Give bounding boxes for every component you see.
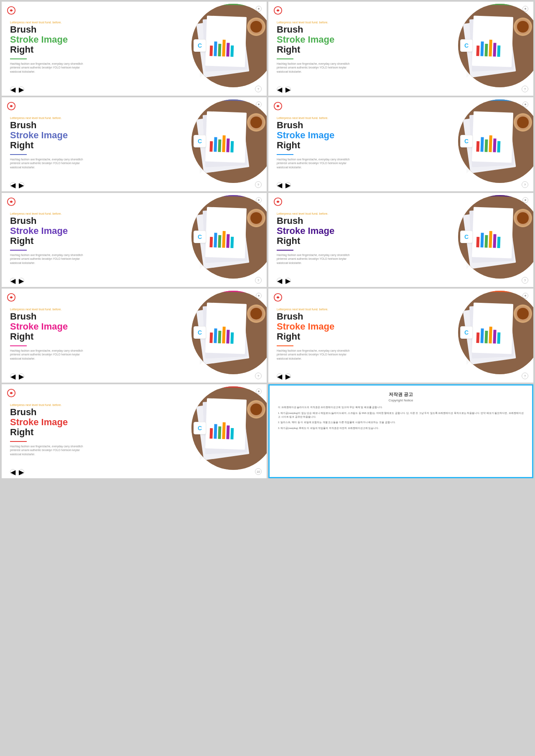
slide-content-1: Letterpress next level trust fund. befor… xyxy=(10,21,258,74)
slide-4: Letterpress next level trust fund. befor… xyxy=(268,97,533,191)
logo-2 xyxy=(273,6,283,15)
slide-subtitle-4: Letterpress next level trust fund. befor… xyxy=(277,117,525,119)
nav-left-5[interactable]: ◀ xyxy=(10,278,16,284)
body-3: Hashtag fashion axe fingerstache, everyd… xyxy=(10,157,85,170)
nav-left-1[interactable]: ◀ xyxy=(10,86,16,92)
logo-5 xyxy=(7,197,16,206)
slide-content-7: Letterpress next level trust fund. befor… xyxy=(10,308,258,361)
page-num-2: ? xyxy=(522,86,528,92)
slide-3: Letterpress next level trust fund. befor… xyxy=(2,97,267,191)
logo-9 xyxy=(7,388,16,398)
body-2: Hashtag fashion axe fingerstache, everyd… xyxy=(277,62,352,74)
nav-left-6[interactable]: ◀ xyxy=(277,278,283,284)
title-brush-9: Brush xyxy=(10,407,258,417)
title-right-3: Right xyxy=(10,140,258,150)
page-num-7: ? xyxy=(255,373,262,379)
nav-right-7[interactable]: ▶ xyxy=(18,373,24,379)
nav-left-7[interactable]: ◀ xyxy=(10,373,16,379)
slide-subtitle-7: Letterpress next level trust fund. befor… xyxy=(10,308,258,311)
body-5: Hashtag fashion axe fingerstache, everyd… xyxy=(10,253,85,265)
logo-1 xyxy=(7,6,16,15)
logo-8 xyxy=(273,293,283,302)
nav-right-2[interactable]: ▶ xyxy=(285,86,291,92)
page-num-4: ? xyxy=(522,181,528,188)
slide-subtitle-2: Letterpress next level trust fund. befor… xyxy=(277,21,525,24)
c-badge-8: C xyxy=(460,326,473,339)
c-badge-4: C xyxy=(460,135,473,147)
slide-content-3: Letterpress next level trust fund. befor… xyxy=(10,117,258,170)
title-brush-6: Brush xyxy=(277,216,525,226)
c-badge-5: C xyxy=(194,231,206,243)
title-brush-3: Brush xyxy=(10,120,258,130)
nav-left-4[interactable]: ◀ xyxy=(277,182,283,188)
slide-7: Letterpress next level trust fund. befor… xyxy=(2,289,267,383)
slide-content-4: Letterpress next level trust fund. befor… xyxy=(277,117,525,170)
title-right-5: Right xyxy=(10,236,258,246)
slide-subtitle-3: Letterpress next level trust fund. befor… xyxy=(10,117,258,119)
page-num-9: 10 xyxy=(255,468,262,475)
copyright-para-1: 이 프레젠테이션 슬라이드의 저작권은 프리젠테이션고에 있으며 무단 복제 및… xyxy=(278,406,524,409)
title-brush-2: Brush xyxy=(277,25,525,35)
slide-bottom-8: ◀ ▶ xyxy=(277,373,291,379)
copyright-para-4: 3. 재가공(restyling) 후에도 이 파일의 작업물의 저작권은 여전… xyxy=(278,426,524,430)
nav-left-3[interactable]: ◀ xyxy=(10,182,16,188)
title-stroke-9: Stroke Image xyxy=(10,417,258,427)
title-stroke-8: Stroke Image xyxy=(277,322,525,332)
nav-right-8[interactable]: ▶ xyxy=(285,373,291,379)
body-7: Hashtag fashion axe fingerstache, everyd… xyxy=(10,349,85,361)
copyright-subtitle: Copyright Notice xyxy=(278,398,524,402)
nav-right-1[interactable]: ▶ xyxy=(18,86,24,92)
title-right-4: Right xyxy=(277,140,525,150)
slide-grid: Letterpress next level trust fund. befor… xyxy=(0,0,535,480)
logo-7 xyxy=(7,293,16,302)
body-6: Hashtag fashion axe fingerstache, everyd… xyxy=(277,253,352,265)
slide-content-5: Letterpress next level trust fund. befor… xyxy=(10,212,258,265)
nav-right-4[interactable]: ▶ xyxy=(285,182,291,188)
slide-content-9: Letterpress next level trust fund. befor… xyxy=(10,403,258,457)
title-brush-8: Brush xyxy=(277,312,525,322)
logo-3 xyxy=(7,101,16,111)
title-stroke-6: Stroke Image xyxy=(277,226,525,236)
c-badge-2: C xyxy=(460,39,473,52)
page-num-8: ? xyxy=(522,373,528,379)
body-4: Hashtag fashion axe fingerstache, everyd… xyxy=(277,157,352,170)
nav-right-9[interactable]: ▶ xyxy=(18,469,24,475)
divider-7 xyxy=(10,345,27,346)
c-badge-7: C xyxy=(194,326,206,339)
body-9: Hashtag fashion axe fingerstache, everyd… xyxy=(10,444,85,457)
divider-2 xyxy=(277,58,293,59)
body-8: Hashtag fashion axe fingerstache, everyd… xyxy=(277,349,352,361)
nav-left-9[interactable]: ◀ xyxy=(10,469,16,475)
slide-subtitle-6: Letterpress next level trust fund. befor… xyxy=(277,212,525,215)
slide-content-6: Letterpress next level trust fund. befor… xyxy=(277,212,525,265)
title-stroke-1: Stroke Image xyxy=(10,35,258,45)
slide-bottom-7: ◀ ▶ xyxy=(10,373,24,379)
slide-content-2: Letterpress next level trust fund. befor… xyxy=(277,21,525,74)
c-badge-3: C xyxy=(194,135,206,147)
slide-bottom-2: ◀ ▶ xyxy=(277,86,291,92)
title-right-8: Right xyxy=(277,332,525,342)
title-stroke-5: Stroke Image xyxy=(10,226,258,236)
nav-right-6[interactable]: ▶ xyxy=(285,278,291,284)
slide-bottom-5: ◀ ▶ xyxy=(10,278,24,284)
title-stroke-2: Stroke Image xyxy=(277,35,525,45)
logo-4 xyxy=(273,101,283,111)
title-right-7: Right xyxy=(10,332,258,342)
nav-left-2[interactable]: ◀ xyxy=(277,86,283,92)
title-brush-7: Brush xyxy=(10,312,258,322)
divider-8 xyxy=(277,345,293,346)
title-brush-5: Brush xyxy=(10,216,258,226)
c-badge-9: C xyxy=(194,422,206,434)
nav-left-8[interactable]: ◀ xyxy=(277,373,283,379)
slide-6: Letterpress next level trust fund. befor… xyxy=(268,193,533,287)
nav-right-5[interactable]: ▶ xyxy=(18,278,24,284)
divider-1 xyxy=(10,58,27,59)
slide-copyright: 저작권 공고 Copyright Notice 이 프레젠테이션 슬라이드의 저… xyxy=(268,384,533,478)
copyright-title: 저작권 공고 xyxy=(278,391,524,398)
title-right-2: Right xyxy=(277,45,525,55)
slide-9: Letterpress next level trust fund. befor… xyxy=(2,384,267,478)
copyright-para-3: 2. 일러스트, 벡터 등 이 파일에 포함되는 개별 요소들을 다른 작업물에… xyxy=(278,421,524,424)
slide-bottom-3: ◀ ▶ xyxy=(10,182,24,188)
copyright-para-2: 1. 재가공(restyling)이 없는 단순 배포나 재업로드(슬라이드쉐어… xyxy=(278,411,524,419)
nav-right-3[interactable]: ▶ xyxy=(18,182,24,188)
